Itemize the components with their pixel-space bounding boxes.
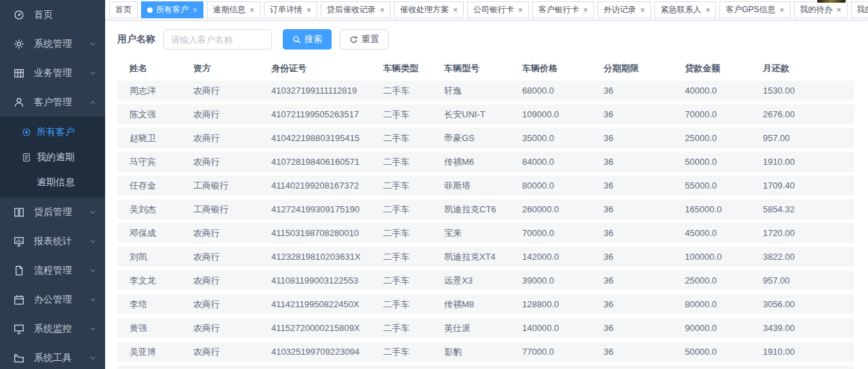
sidebar-item-tools[interactable]: 系统工具 — [0, 343, 105, 369]
table-cell: 农商行 — [193, 128, 271, 148]
tab-item-12[interactable]: 我的流程× — [851, 1, 868, 18]
table-row: 邓保成农商行411503198708280010二手车宝来70000.03645… — [117, 223, 854, 243]
table-cell: 410728198406160571 — [271, 152, 383, 172]
close-icon[interactable]: × — [837, 6, 842, 14]
close-icon[interactable]: × — [779, 6, 784, 14]
sidebar-item-overdue-info[interactable]: 逾期信息 — [0, 170, 105, 195]
tab-item-1[interactable]: 所有客户× — [141, 1, 203, 18]
table-cell: 80000.0 — [685, 294, 763, 314]
tab-item-10[interactable]: 客户GPS信息× — [719, 1, 790, 18]
table-cell — [271, 366, 383, 369]
close-icon[interactable]: × — [250, 6, 254, 14]
table-cell: 凯迪拉克XT4 — [444, 247, 522, 267]
table-cell: 35000.0 — [522, 128, 604, 148]
column-header-7: 贷款金额 — [685, 60, 763, 77]
tab-item-9[interactable]: 紧急联系人× — [654, 1, 716, 18]
table-cell: 410721199505263517 — [271, 104, 383, 124]
table-cell: 农商行 — [193, 366, 271, 369]
table-cell: 41232819810203631X — [271, 247, 383, 267]
tab-item-6[interactable]: 公司银行卡× — [467, 1, 529, 18]
column-header-4: 车辆型号 — [444, 60, 522, 77]
table-row: 任存金工商银行411402199208167372二手车菲斯塔80000.036… — [117, 176, 854, 195]
table-cell: 36 — [604, 81, 685, 100]
table-row: 周志洋农商行410327199111112819二手车轩逸68000.03640… — [117, 81, 854, 100]
sidebar-item-office[interactable]: 办公管理 — [0, 285, 105, 314]
sidebar-item-loan-after[interactable]: 贷后管理 — [0, 197, 105, 227]
close-icon[interactable]: × — [380, 6, 384, 14]
chevron-down-icon — [89, 208, 97, 216]
reset-button[interactable]: 重置 — [340, 29, 389, 50]
customer-name-input[interactable] — [163, 29, 272, 50]
table-cell: 410422198803195415 — [271, 128, 383, 148]
search-bar: 用户名称 搜索 重置 — [105, 20, 868, 56]
table-cell: 410327199111112819 — [271, 81, 383, 100]
table-cell: 二手车 — [383, 223, 444, 243]
tab-item-4[interactable]: 贷后催收记录× — [321, 1, 391, 18]
sidebar-submenu-customer: 所有客户我的逾期逾期信息 — [0, 117, 105, 197]
tab-item-7[interactable]: 客户银行卡× — [532, 1, 594, 18]
table-cell: 传祺M6 — [444, 152, 522, 172]
table-cell: 40000.0 — [685, 81, 763, 100]
table-cell: 工商银行 — [193, 199, 271, 219]
app-window: 首页系统管理业务管理客户管理所有客户我的逾期逾期信息贷后管理报表统计流程管理办公… — [0, 0, 868, 369]
chevron-down-icon — [89, 40, 97, 48]
column-header-5: 车辆价格 — [522, 60, 604, 77]
close-icon[interactable]: × — [193, 6, 197, 14]
sidebar-item-all-customers[interactable]: 所有客户 — [0, 119, 105, 144]
table-cell: 农商行 — [193, 81, 271, 100]
sidebar-item-label: 办公管理 — [34, 294, 89, 306]
sidebar-item-my-overdue[interactable]: 我的逾期 — [0, 144, 105, 170]
table-cell: 传祺M8 — [444, 294, 522, 314]
search-button[interactable]: 搜索 — [283, 29, 332, 50]
table-cell: 2676.00 — [763, 104, 854, 124]
sidebar-item-customer[interactable]: 客户管理 — [0, 88, 105, 117]
close-icon[interactable]: × — [640, 6, 645, 14]
sidebar-item-process[interactable]: 流程管理 — [0, 256, 105, 285]
table-cell: 957.00 — [763, 128, 854, 148]
table-cell: 50000.0 — [685, 342, 763, 362]
sidebar-item-business[interactable]: 业务管理 — [0, 58, 105, 88]
table-cell: 36 — [604, 223, 685, 243]
table-cell: 412724199309175190 — [271, 199, 383, 219]
sidebar-item-system[interactable]: 系统管理 — [0, 29, 105, 58]
chart-icon — [14, 236, 24, 247]
table-cell: 二手车 — [383, 199, 444, 219]
table-cell: 帝豪GS — [444, 128, 522, 148]
sidebar: 首页系统管理业务管理客户管理所有客户我的逾期逾期信息贷后管理报表统计流程管理办公… — [0, 0, 105, 369]
table-cell: 二手车 — [383, 294, 444, 314]
reset-button-label: 重置 — [361, 33, 379, 45]
table-cell: 菲斯塔 — [444, 176, 522, 195]
tab-item-8[interactable]: 外访记录× — [597, 1, 651, 18]
table-cell — [444, 366, 522, 369]
sidebar-item-reports[interactable]: 报表统计 — [0, 227, 105, 256]
table-cell: 二手车 — [383, 271, 444, 290]
table-cell: 55000.0 — [685, 176, 763, 195]
doc-icon — [22, 153, 31, 162]
sidebar-item-monitor[interactable]: 系统监控 — [0, 314, 105, 343]
tab-item-0[interactable]: 首页 — [109, 1, 138, 18]
table-cell: 农商行 — [193, 318, 271, 338]
tab-label: 首页 — [115, 4, 132, 16]
table-cell: 二手车 — [383, 342, 444, 362]
table-row: 吴亚博农商行410325199709223094二手车影豹77000.03650… — [117, 342, 854, 362]
chevron-down-icon — [89, 325, 97, 333]
close-icon[interactable]: × — [518, 6, 523, 14]
table-cell: 140000.0 — [522, 318, 604, 338]
tab-item-11[interactable]: 我的待办× — [794, 1, 848, 18]
close-icon[interactable]: × — [453, 6, 458, 14]
close-icon[interactable]: × — [705, 6, 710, 14]
sidebar-item-home[interactable]: 首页 — [0, 0, 105, 29]
tab-item-3[interactable]: 订单详情× — [264, 1, 317, 18]
tab-item-2[interactable]: 逾期信息× — [207, 1, 260, 18]
chevron-down-icon — [89, 296, 97, 304]
table-cell: 1530.00 — [763, 81, 854, 100]
close-icon[interactable]: × — [307, 6, 311, 14]
sidebar-item-label: 报表统计 — [34, 235, 89, 248]
table-cell: 二手车 — [383, 247, 444, 267]
table-cell: 农商行 — [193, 294, 271, 314]
table-header-row: 姓名资方身份证号车辆类型车辆型号车辆价格分期期限贷款金额月还款操作 — [117, 60, 854, 77]
table-cell: 吴亚博 — [117, 342, 193, 362]
close-icon[interactable]: × — [583, 6, 588, 14]
tab-item-5[interactable]: 催收处理方案× — [394, 1, 464, 18]
user-icon — [14, 97, 24, 108]
